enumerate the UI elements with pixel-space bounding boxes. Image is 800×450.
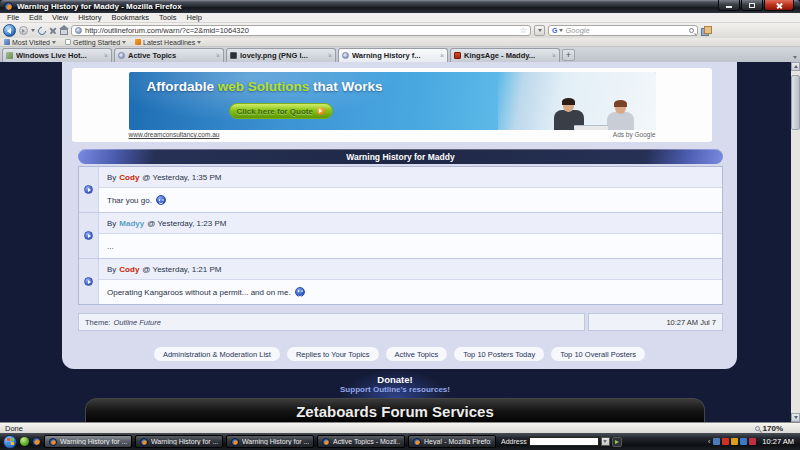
tab-close-icon[interactable]: × [104, 52, 108, 59]
tray-icon[interactable] [740, 438, 747, 445]
taskbar-window-button[interactable]: Warning History for ... [44, 435, 132, 448]
search-icon[interactable] [689, 28, 694, 33]
search-engine-icon[interactable]: G [552, 27, 557, 34]
theme-value-link[interactable]: Outline Future [113, 318, 161, 327]
address-input[interactable] [529, 437, 599, 446]
browser-tab[interactable]: KingsAge - Maddy... × [450, 48, 560, 62]
post-time: @ Yesterday, 1:23 PM [147, 219, 226, 228]
forum-footer-link[interactable]: Top 10 Overall Posters [551, 347, 645, 361]
ad-container: Affordable web Solutions that Works Clic… [72, 68, 712, 142]
menu-item[interactable]: Help [182, 13, 207, 22]
forum-footer-link[interactable]: Top 10 Posters Today [454, 347, 544, 361]
post-author-link[interactable]: Cody [119, 265, 139, 274]
ad-banner[interactable]: Affordable web Solutions that Works Clic… [129, 72, 656, 130]
history-dropdown-arrow[interactable] [31, 29, 35, 32]
post-link-icon[interactable] [84, 277, 93, 286]
firefox-app-icon [231, 438, 239, 446]
system-tray: ‹ 10:27 AM [708, 437, 797, 446]
restore-button[interactable] [741, 0, 763, 11]
forward-icon [22, 29, 25, 33]
address-go-button[interactable] [612, 437, 622, 447]
tray-icon[interactable] [722, 438, 729, 445]
menu-item[interactable]: File [2, 13, 24, 22]
warning-history-panel: Warning History for Maddy By Cody @ Yes [78, 149, 723, 305]
forum-footer-link[interactable]: Administration & Moderation List [154, 347, 280, 361]
ad-photo-laptop [574, 126, 608, 130]
search-input[interactable]: Google [565, 26, 687, 35]
forward-button[interactable] [19, 26, 28, 35]
browser-tab[interactable]: lovely.png (PNG I... × [226, 48, 336, 62]
post-link-icon[interactable] [84, 231, 93, 240]
menu-item[interactable]: Edit [24, 13, 47, 22]
ad-quote-button[interactable]: Click here for Quote [229, 103, 333, 119]
start-button[interactable] [3, 435, 17, 449]
post-author-link[interactable]: Madyy [119, 219, 144, 228]
menu-item[interactable]: Tools [154, 13, 182, 22]
post-link-icon[interactable] [84, 185, 93, 194]
stop-button[interactable] [49, 27, 57, 35]
close-button[interactable] [764, 0, 794, 11]
browser-tab[interactable]: Active Topics × [114, 48, 224, 62]
taskbar-clock: 10:27 AM [762, 437, 794, 446]
bookmark-item[interactable]: Latest Headlines [135, 39, 201, 46]
minimize-button[interactable] [718, 0, 740, 11]
browser-tab[interactable]: Warning History f... × [338, 48, 448, 62]
tray-expand-icon[interactable]: ‹ [708, 438, 710, 445]
tab-close-icon[interactable]: × [328, 52, 332, 59]
taskbar-buttons: Warning History for ... Warning History … [44, 435, 496, 448]
new-tab-button[interactable]: + [562, 49, 575, 61]
url-text[interactable]: http://outlineforum.com/warn/?c=2&mid=10… [85, 26, 517, 35]
list-all-tabs-button[interactable] [793, 56, 797, 59]
taskbar-window-button[interactable]: Warning History for ... [135, 435, 223, 448]
ads-by-google-link[interactable]: Ads by Google [613, 131, 656, 138]
reload-button[interactable] [36, 25, 47, 36]
advertiser-url-link[interactable]: www.dreamconsultancy.com.au [129, 131, 220, 138]
bookmark-item[interactable]: Most Visited [4, 39, 56, 46]
menu-item[interactable]: View [47, 13, 73, 22]
warning-posts-table: By Cody @ Yesterday, 1:35 PM Thar you go… [78, 166, 723, 305]
tab-favicon [342, 52, 349, 59]
zoom-indicator[interactable]: 170% [755, 424, 783, 433]
bookmarks-toolbar: Most Visited Getting Started Latest Head… [0, 38, 800, 47]
post-icon-cell [79, 213, 99, 258]
forum-footer-link[interactable]: Active Topics [386, 347, 448, 361]
bookmark-item[interactable]: Getting Started [65, 39, 126, 46]
donate-link[interactable]: Donate! [0, 374, 790, 385]
zetaboards-services-bar[interactable]: Zetaboards Forum Services [85, 398, 705, 422]
vertical-scrollbar[interactable] [791, 62, 800, 422]
warning-post-row: By Cody @ Yesterday, 1:21 PM Operating K… [79, 259, 722, 304]
url-dropdown-button[interactable] [534, 25, 545, 36]
address-dropdown-button[interactable] [601, 437, 610, 446]
status-text: Done [5, 424, 23, 433]
taskbar-window-button[interactable]: Warning History for ... [226, 435, 314, 448]
post-content: Operating Kangaroos without a permit... … [99, 280, 722, 304]
search-engine-dropdown[interactable] [559, 29, 563, 32]
firefox-app-icon [322, 438, 330, 446]
quick-launch-firefox-icon[interactable] [32, 437, 41, 446]
taskbar-window-button[interactable]: Heya! - Mozilla Firefox [408, 435, 496, 448]
tray-icon[interactable] [731, 438, 738, 445]
quick-launch-messenger-icon[interactable] [20, 437, 29, 446]
scroll-up-button[interactable] [791, 62, 800, 71]
menu-item[interactable]: Bookmarks [107, 13, 155, 22]
theme-bar: Theme: Outline Future 10:27 AM Jul 7 [78, 313, 723, 331]
menu-item[interactable]: History [73, 13, 106, 22]
tray-icon[interactable] [749, 438, 756, 445]
tab-close-icon[interactable]: × [440, 52, 444, 59]
bookmark-star-icon[interactable]: ☆ [520, 27, 527, 35]
scroll-down-button[interactable] [791, 413, 800, 422]
extension-icon[interactable] [701, 26, 710, 35]
window-titlebar[interactable]: Warning History for Maddy - Mozilla Fire… [0, 0, 800, 13]
post-author-link[interactable]: Cody [119, 173, 139, 182]
taskbar-window-button[interactable]: Active Topics - Mozil... [317, 435, 405, 448]
tray-icon[interactable] [713, 438, 720, 445]
tab-close-icon[interactable]: × [552, 52, 556, 59]
tab-close-icon[interactable]: × [216, 52, 220, 59]
back-button[interactable] [3, 24, 16, 37]
home-button[interactable] [60, 29, 68, 35]
search-box[interactable]: G Google [548, 25, 698, 36]
scrollbar-thumb[interactable] [791, 75, 800, 130]
browser-tab[interactable]: Windows Live Hot... × [2, 48, 112, 62]
forum-footer-link[interactable]: Replies to Your Topics [287, 347, 379, 361]
url-bar[interactable]: http://outlineforum.com/warn/?c=2&mid=10… [71, 25, 531, 36]
